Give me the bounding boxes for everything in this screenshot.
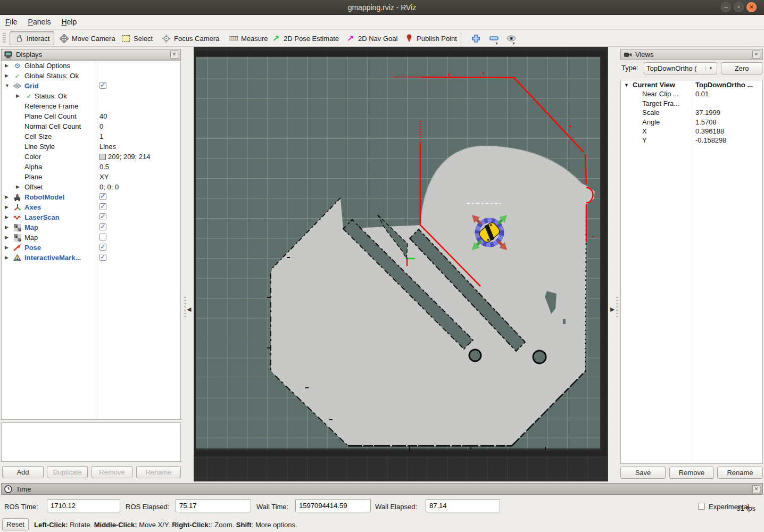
row-value[interactable]: Lines [99,143,116,151]
maximize-button[interactable]: ▫ [734,2,744,12]
views-row-x[interactable]: X0.396188 [621,127,762,136]
tool-focus-camera[interactable]: Focus Camera [157,31,223,45]
ros-elapsed-input[interactable] [176,499,251,512]
row-value[interactable]: 209; 209; 214 [108,153,151,161]
row-value[interactable]: TopDownOrtho ... [695,81,753,89]
wall-time-input[interactable] [295,499,371,512]
row-value[interactable]: -0.158298 [695,136,727,144]
tool-publish-point[interactable]: Publish Point [400,31,461,45]
tree-expander-icon[interactable]: ▶ [5,225,9,230]
tool-move-camera[interactable]: Move Camera [55,31,120,45]
visibility-checkbox-checked[interactable] [99,254,106,261]
visibility-checkbox-unchecked[interactable] [99,234,106,240]
add-tool-plus-button[interactable] [467,31,485,45]
visibility-checkbox-checked[interactable] [99,82,106,89]
reset-button[interactable]: Reset [2,518,29,530]
row-value[interactable]: 0; 0; 0 [99,183,119,191]
row-value[interactable]: 0 [99,122,103,130]
row-value[interactable]: 1 [99,132,103,140]
visibility-checkbox-checked[interactable] [99,244,106,251]
menu-panels[interactable]: Panels [23,15,56,29]
views-rename-button[interactable]: Rename [717,467,763,479]
views-save-button[interactable]: Save [620,467,666,479]
views-remove-button[interactable]: Remove [669,467,714,479]
displays-row-interactivemark-[interactable]: ▶InteractiveMark... [2,253,180,263]
views-row-target-fra-[interactable]: Target Fra... [621,99,762,108]
remove-tool-minus-button[interactable] [485,31,503,45]
row-value[interactable]: 1.5708 [695,118,717,126]
displays-row-pose[interactable]: ▶Pose [2,243,180,253]
right-splitter[interactable]: ▶ [608,47,620,481]
displays-row-cell-size[interactable]: Cell Size1 [2,131,180,142]
displays-row-global-options[interactable]: ▶⚙Global Options [2,61,180,71]
displays-row-axes[interactable]: ▶Axes [2,202,180,212]
row-value[interactable]: XY [99,173,109,181]
tool-visibility-eye-button[interactable] [502,31,520,45]
displays-row-grid[interactable]: ▼Grid [2,81,180,91]
displays-row-alpha[interactable]: Alpha0.5 [2,162,180,172]
tree-expander-icon[interactable]: ▶ [5,194,9,200]
left-splitter[interactable]: ◀ [181,47,194,481]
displays-row-status-ok[interactable]: ▶✓Status: Ok [2,91,180,101]
rename-button[interactable]: Rename [136,466,181,478]
tree-expander-icon[interactable]: ▶ [5,245,9,250]
displays-row-plane-cell-count[interactable]: Plane Cell Count40 [2,111,180,121]
visibility-checkbox-checked[interactable] [99,193,106,200]
displays-row-laserscan[interactable]: ▶LaserScan [2,212,180,222]
displays-row-offset[interactable]: ▶Offset0; 0; 0 [2,182,180,192]
displays-row-robotmodel[interactable]: ▶RobotModel [2,192,180,202]
add-button[interactable]: Add [2,466,44,478]
displays-row-line-style[interactable]: Line StyleLines [2,142,180,152]
tool-interact[interactable]: Interact [10,31,54,45]
row-value[interactable]: 0.5 [99,163,109,171]
views-row-y[interactable]: Y-0.158298 [621,136,762,145]
close-button[interactable]: ✕ [746,2,757,12]
displays-row-map[interactable]: ▶Map [2,222,180,232]
displays-close-icon[interactable]: ✕ [170,51,178,59]
tree-expander-icon[interactable]: ▶ [5,63,9,68]
tree-expander-icon[interactable]: ▼ [5,83,10,88]
3d-viewport[interactable] [194,47,608,481]
tool-2d-pose-estimate[interactable]: ↗2D Pose Estimate [267,31,343,45]
time-close-icon[interactable]: ✕ [752,485,760,493]
views-row-current-view[interactable]: ▼Current ViewTopDownOrtho ... [621,80,762,89]
displays-row-reference-frame[interactable]: Reference Frame [2,101,180,111]
tree-expander-icon[interactable]: ▼ [624,82,629,88]
color-swatch[interactable] [99,154,106,160]
tree-expander-icon[interactable]: ▶ [5,235,9,240]
tree-expander-icon[interactable]: ▶ [16,184,20,189]
duplicate-button[interactable]: Duplicate [47,466,88,478]
displays-row-color[interactable]: Color209; 209; 214 [2,152,180,162]
map-canvas[interactable] [194,47,608,481]
tree-expander-icon[interactable]: ▶ [5,214,9,220]
tree-expander-icon[interactable]: ▶ [5,255,9,260]
tree-expander-icon[interactable]: ▶ [5,73,9,78]
visibility-checkbox-checked[interactable] [99,223,106,230]
zero-button[interactable]: Zero [721,62,762,74]
row-value[interactable]: 40 [99,112,107,120]
collapse-right-arrow-icon[interactable]: ▶ [610,306,614,313]
menu-help[interactable]: Help [56,15,82,29]
displays-tree[interactable]: ▶⚙Global Options▶✓Global Status: Ok▼Grid… [1,60,181,420]
displays-row-global-status-ok[interactable]: ▶✓Global Status: Ok [2,71,180,81]
views-row-scale[interactable]: Scale37.1999 [621,108,762,117]
displays-row-map[interactable]: ▶Map [2,232,180,243]
views-close-icon[interactable]: ✕ [752,51,760,59]
collapse-left-arrow-icon[interactable]: ◀ [187,306,191,313]
row-value[interactable]: 0.396188 [695,127,724,135]
experimental-checkbox[interactable] [698,503,705,510]
tree-expander-icon[interactable]: ▶ [5,204,9,210]
displays-row-plane[interactable]: PlaneXY [2,172,180,182]
remove-button[interactable]: Remove [92,466,132,478]
minimize-button[interactable]: – [721,2,731,12]
views-tree[interactable]: ▼Current ViewTopDownOrtho ...Near Clip .… [620,80,763,464]
ros-time-input[interactable] [47,499,120,512]
views-row-near-clip-[interactable]: Near Clip ...0.01 [621,89,762,98]
visibility-checkbox-checked[interactable] [99,203,106,210]
row-value[interactable]: 0.01 [695,90,709,98]
menu-file[interactable]: File [0,15,23,29]
robot-interactive-marker[interactable] [469,212,510,253]
tool-measure[interactable]: Measure [225,31,272,45]
row-value[interactable]: 37.1999 [695,109,720,117]
view-type-dropdown[interactable]: TopDownOrtho ( ▼ [644,62,717,74]
